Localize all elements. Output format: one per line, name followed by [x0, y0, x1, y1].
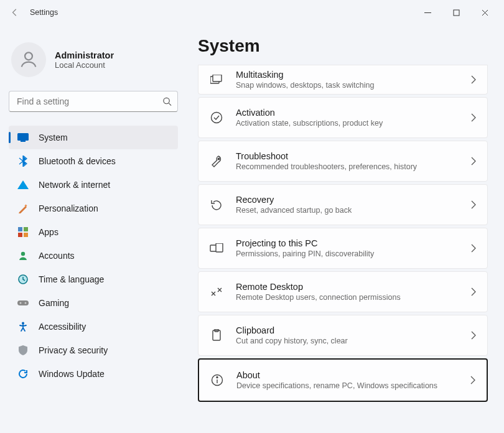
nav-item-network[interactable]: Network & internet [9, 173, 178, 197]
close-button[interactable] [470, 2, 499, 22]
bluetooth-icon [17, 156, 29, 167]
nav-item-update[interactable]: Windows Update [9, 362, 178, 386]
nav-item-system[interactable]: System [9, 126, 178, 149]
card-title: Projecting to this PC [236, 238, 471, 248]
minimize-button[interactable] [413, 2, 442, 22]
user-name: Administrator [55, 50, 114, 60]
card-title: Remote Desktop [236, 282, 471, 292]
card-sub: Permissions, pairing PIN, discoverabilit… [236, 249, 471, 258]
nav-label: Network & internet [39, 180, 110, 190]
nav-label: Bluetooth & devices [39, 156, 116, 166]
svg-rect-4 [21, 141, 26, 142]
nav-label: Gaming [39, 298, 69, 308]
svg-rect-6 [18, 227, 22, 231]
card-title: About [236, 370, 470, 380]
system-icon [17, 132, 29, 143]
nav-item-accounts[interactable]: Accounts [9, 244, 178, 268]
card-projecting[interactable]: Projecting to this PC Permissions, pairi… [198, 228, 488, 269]
chevron-right-icon [471, 331, 476, 340]
user-account-type: Local Account [55, 60, 114, 70]
svg-point-16 [22, 322, 24, 325]
card-activation[interactable]: Activation Activation state, subscriptio… [198, 97, 488, 138]
card-title: Clipboard [236, 325, 471, 335]
about-icon [210, 373, 224, 387]
accounts-icon [17, 250, 29, 261]
nav-label: Windows Update [39, 369, 105, 379]
nav-item-privacy[interactable]: Privacy & security [9, 338, 178, 362]
user-profile[interactable]: Administrator Local Account [11, 42, 175, 77]
svg-rect-3 [17, 133, 29, 141]
clipboard-icon [210, 328, 223, 342]
troubleshoot-icon [210, 154, 223, 168]
svg-point-26 [217, 377, 218, 378]
chevron-right-icon [471, 244, 476, 253]
card-title: Troubleshoot [236, 151, 471, 161]
personalization-icon [17, 203, 29, 214]
search-icon [162, 97, 172, 106]
remote-icon [210, 285, 223, 299]
nav-label: Privacy & security [39, 345, 108, 355]
window-title: Settings [30, 8, 58, 17]
recovery-icon [210, 198, 223, 212]
svg-point-15 [25, 302, 27, 304]
svg-point-10 [21, 252, 25, 256]
card-title: Multitasking [236, 70, 471, 80]
maximize-button[interactable] [442, 2, 470, 22]
nav-item-accessibility[interactable]: Accessibility [9, 315, 178, 338]
back-button[interactable] [5, 2, 25, 22]
chevron-right-icon [471, 157, 476, 165]
svg-point-19 [212, 113, 222, 123]
nav-item-apps[interactable]: Apps [9, 220, 178, 244]
nav-label: Accessibility [39, 322, 86, 332]
svg-point-1 [25, 52, 32, 60]
svg-rect-9 [24, 233, 28, 237]
card-recovery[interactable]: Recovery Reset, advanced startup, go bac… [198, 184, 488, 225]
content: System Multitasking Snap windows, deskto… [187, 25, 504, 433]
card-sub: Device specifications, rename PC, Window… [236, 381, 470, 390]
gaming-icon [17, 297, 29, 309]
svg-point-2 [164, 98, 169, 103]
nav-label: System [39, 133, 68, 142]
sidebar: Administrator Local Account System Bluet… [0, 25, 187, 433]
card-list: Multitasking Snap windows, desktops, tas… [198, 65, 488, 402]
card-sub: Recommended troubleshooters, preferences… [236, 162, 471, 171]
svg-rect-0 [454, 10, 459, 16]
nav-label: Apps [39, 227, 58, 237]
card-sub: Cut and copy history, sync, clear [236, 337, 471, 345]
svg-rect-8 [18, 233, 22, 237]
search-field [9, 91, 178, 112]
chevron-right-icon [471, 200, 476, 209]
network-icon [17, 179, 29, 190]
svg-rect-18 [213, 75, 222, 81]
card-multitasking[interactable]: Multitasking Snap windows, desktops, tas… [198, 65, 488, 95]
nav-label: Accounts [39, 251, 75, 261]
svg-point-14 [20, 302, 22, 304]
search-input[interactable] [9, 91, 178, 112]
titlebar: Settings [0, 0, 504, 25]
svg-rect-7 [24, 227, 28, 231]
card-about[interactable]: About Device specifications, rename PC, … [198, 358, 488, 402]
multitasking-icon [210, 73, 223, 86]
time-icon [17, 274, 29, 285]
window-controls [413, 2, 499, 22]
activation-icon [210, 111, 223, 124]
nav-item-time[interactable]: Time & language [9, 268, 178, 291]
card-remote[interactable]: Remote Desktop Remote Desktop users, con… [198, 271, 488, 312]
chevron-right-icon [471, 287, 476, 296]
page-title: System [198, 36, 488, 56]
projecting-icon [210, 241, 223, 255]
card-clipboard[interactable]: Clipboard Cut and copy history, sync, cl… [198, 315, 488, 356]
chevron-right-icon [471, 75, 476, 84]
nav-label: Personalization [39, 203, 98, 213]
svg-rect-22 [216, 243, 223, 252]
nav-item-bluetooth[interactable]: Bluetooth & devices [9, 149, 178, 173]
privacy-icon [17, 345, 29, 356]
chevron-right-icon [471, 113, 476, 122]
card-troubleshoot[interactable]: Troubleshoot Recommended troubleshooters… [198, 141, 488, 182]
nav-item-personalization[interactable]: Personalization [9, 197, 178, 220]
card-sub: Reset, advanced startup, go back [236, 206, 471, 215]
nav-item-gaming[interactable]: Gaming [9, 291, 178, 315]
avatar [11, 42, 46, 77]
accessibility-icon [17, 321, 29, 332]
update-icon [17, 368, 29, 379]
